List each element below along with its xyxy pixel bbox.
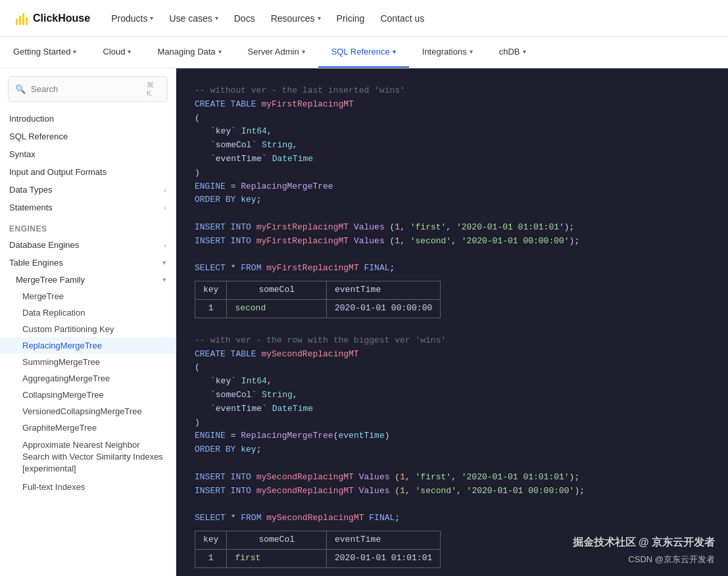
- chevron-down-icon: ▾: [162, 258, 166, 267]
- nav-item-usecases[interactable]: Use cases ▾: [169, 11, 218, 26]
- search-input[interactable]: [31, 84, 141, 94]
- code-comment-2: -- with ver - the row with the biggest v…: [195, 334, 710, 348]
- chevron-down-icon: ▾: [215, 14, 218, 22]
- sec-nav-sql-reference[interactable]: SQL Reference ▾: [318, 37, 409, 68]
- search-icon: 🔍: [15, 84, 26, 94]
- chevron-down-icon: ▾: [162, 276, 166, 284]
- code-section-2: -- with ver - the row with the biggest v…: [195, 334, 710, 568]
- sidebar-item-introduction[interactable]: Introduction: [0, 110, 176, 128]
- chevron-down-icon: ▾: [150, 14, 153, 22]
- nav-item-resources[interactable]: Resources ▾: [271, 11, 321, 26]
- sidebar-sub-item-collapsing-mergetree[interactable]: CollapsingMergeTree: [0, 387, 176, 403]
- result-table-1: key someCol eventTime 1 second 2020-01-0…: [195, 281, 710, 318]
- sidebar-sub-item-custom-partitioning[interactable]: Custom Partitioning Key: [0, 321, 176, 337]
- nav-item-contact[interactable]: Contact us: [380, 11, 424, 26]
- logo[interactable]: ClickHouse: [16, 12, 90, 25]
- sec-nav-integrations[interactable]: Integrations ▾: [409, 37, 486, 68]
- chevron-down-icon: ▾: [523, 48, 526, 55]
- logo-icon: [16, 12, 28, 25]
- chevron-down-icon: ▾: [302, 48, 305, 55]
- sidebar-sub-item-mergetree[interactable]: MergeTree: [0, 288, 176, 304]
- result-table-2: key someCol eventTime 1 first 2020-01-01…: [195, 531, 710, 568]
- chevron-right-icon: ›: [164, 241, 166, 249]
- logo-text: ClickHouse: [33, 12, 90, 24]
- chevron-right-icon: ›: [164, 186, 166, 194]
- sidebar-sub-item-aggregating-mergetree[interactable]: AggregatingMergeTree: [0, 370, 176, 387]
- sidebar-sub-item-summing-mergetree[interactable]: SummingMergeTree: [0, 354, 176, 370]
- code-block: -- without ver - the last inserted 'wins…: [176, 68, 728, 576]
- sidebar-item-input-output-formats[interactable]: Input and Output Formats: [0, 163, 176, 181]
- main-layout: 🔍 ⌘ K Introduction SQL Reference Syntax …: [0, 68, 728, 576]
- sec-nav-getting-started[interactable]: Getting Started ▾: [0, 37, 89, 68]
- secondary-nav: Getting Started ▾ Cloud ▾ Managing Data …: [0, 37, 728, 68]
- sidebar-sub-item-fulltext-indexes[interactable]: Full-text Indexes: [0, 479, 176, 495]
- nav-item-products[interactable]: Products ▾: [111, 11, 153, 26]
- sec-nav-managing-data[interactable]: Managing Data ▾: [144, 37, 234, 68]
- chevron-down-icon: ▾: [393, 48, 396, 55]
- sidebar-sub-item-data-replication[interactable]: Data Replication: [0, 304, 176, 321]
- search-box[interactable]: 🔍 ⌘ K: [8, 76, 168, 102]
- sec-nav-server-admin[interactable]: Server Admin ▾: [235, 37, 318, 68]
- sidebar-sub-item-graphite-mergetree[interactable]: GraphiteMergeTree: [0, 420, 176, 436]
- nav-item-pricing[interactable]: Pricing: [337, 11, 365, 26]
- sec-nav-chdb[interactable]: chDB ▾: [486, 37, 539, 68]
- sidebar-sub-item-ann-search[interactable]: Approximate Nearest Neighbor Search with…: [0, 436, 176, 479]
- chevron-down-icon: ▾: [73, 48, 76, 55]
- main-content: -- without ver - the last inserted 'wins…: [176, 68, 728, 576]
- sidebar-item-database-engines[interactable]: Database Engines ›: [0, 236, 176, 254]
- chevron-down-icon: ▾: [128, 48, 131, 55]
- sidebar-item-statements[interactable]: Statements ›: [0, 199, 176, 216]
- sidebar-sub-item-versioned-collapsing[interactable]: VersionedCollapsingMergeTree: [0, 403, 176, 420]
- sidebar-item-syntax[interactable]: Syntax: [0, 145, 176, 163]
- sidebar-item-data-types[interactable]: Data Types ›: [0, 181, 176, 199]
- top-nav: ClickHouse Products ▾ Use cases ▾ Docs R…: [0, 0, 728, 37]
- top-nav-items: Products ▾ Use cases ▾ Docs Resources ▾ …: [111, 11, 712, 26]
- chevron-down-icon: ▾: [470, 48, 473, 55]
- sidebar-item-sql-reference[interactable]: SQL Reference: [0, 128, 176, 145]
- sec-nav-cloud[interactable]: Cloud ▾: [89, 37, 144, 68]
- sidebar-sub-item-replacing-mergetree[interactable]: ReplacingMergeTree: [0, 337, 176, 354]
- sidebar-item-table-engines[interactable]: Table Engines ▾: [0, 254, 176, 272]
- chevron-down-icon: ▾: [218, 48, 222, 55]
- sidebar-subgroup-mergetree-family[interactable]: MergeTree Family ▾: [0, 272, 176, 288]
- nav-item-docs[interactable]: Docs: [234, 11, 255, 26]
- code-section-1: -- without ver - the last inserted 'wins…: [195, 84, 710, 318]
- code-comment-1: -- without ver - the last inserted 'wins…: [195, 84, 710, 98]
- sidebar-section-engines: Engines: [0, 216, 176, 236]
- search-shortcut: ⌘ K: [147, 81, 160, 97]
- chevron-right-icon: ›: [164, 204, 166, 212]
- sidebar: 🔍 ⌘ K Introduction SQL Reference Syntax …: [0, 68, 176, 576]
- chevron-down-icon: ▾: [318, 14, 321, 22]
